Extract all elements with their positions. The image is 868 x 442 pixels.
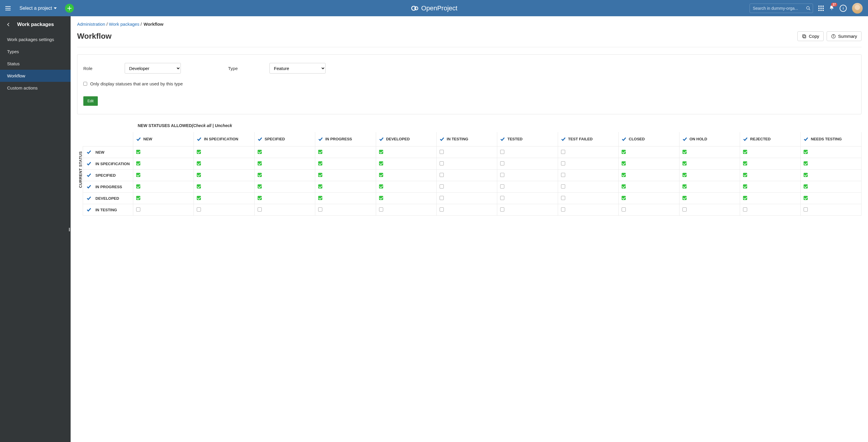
transition-cell[interactable]	[801, 169, 862, 181]
transition-cell[interactable]	[254, 181, 315, 193]
transition-cell[interactable]	[801, 147, 862, 158]
transition-cell[interactable]	[619, 169, 679, 181]
transition-cell[interactable]	[558, 181, 618, 193]
sidebar-item-custom-actions[interactable]: Custom actions	[0, 82, 71, 94]
transition-cell[interactable]	[679, 147, 740, 158]
transition-cell[interactable]	[315, 193, 376, 204]
transition-cell[interactable]	[376, 158, 436, 169]
transition-cell[interactable]	[133, 204, 194, 216]
transition-cell[interactable]	[558, 204, 618, 216]
transition-cell[interactable]	[679, 158, 740, 169]
transition-cell[interactable]	[801, 193, 862, 204]
sidebar-item-types[interactable]: Types	[0, 45, 71, 58]
transition-cell[interactable]	[133, 181, 194, 193]
column-header[interactable]: CLOSED	[619, 132, 679, 147]
sidebar-item-status[interactable]: Status	[0, 58, 71, 70]
transition-cell[interactable]	[801, 204, 862, 216]
transition-cell[interactable]	[376, 193, 436, 204]
transition-cell[interactable]	[497, 204, 558, 216]
transition-cell[interactable]	[133, 158, 194, 169]
transition-cell[interactable]	[558, 158, 618, 169]
transition-cell[interactable]	[619, 193, 679, 204]
column-header[interactable]: NEEDS TESTING	[801, 132, 862, 147]
sidebar-item-work-packages-settings[interactable]: Work packages settings	[0, 33, 71, 45]
transition-cell[interactable]	[376, 204, 436, 216]
transition-cell[interactable]	[437, 181, 497, 193]
transition-cell[interactable]	[133, 147, 194, 158]
transition-cell[interactable]	[254, 204, 315, 216]
transition-cell[interactable]	[679, 204, 740, 216]
transition-cell[interactable]	[194, 158, 254, 169]
transition-cell[interactable]	[679, 181, 740, 193]
transition-cell[interactable]	[801, 181, 862, 193]
transition-cell[interactable]	[254, 158, 315, 169]
copy-button[interactable]: Copy	[797, 31, 824, 41]
transition-cell[interactable]	[497, 147, 558, 158]
transition-cell[interactable]	[315, 169, 376, 181]
row-header[interactable]: IN PROGRESS	[83, 181, 133, 193]
transition-cell[interactable]	[740, 181, 801, 193]
breadcrumb-link[interactable]: Work packages	[109, 22, 140, 27]
project-selector[interactable]: Select a project	[20, 6, 57, 11]
transition-cell[interactable]	[437, 204, 497, 216]
transition-cell[interactable]	[254, 147, 315, 158]
apps-grid-icon[interactable]	[818, 6, 824, 11]
transition-cell[interactable]	[740, 193, 801, 204]
transition-cell[interactable]	[194, 181, 254, 193]
column-header[interactable]: ON HOLD	[679, 132, 740, 147]
sidebar-item-workflow[interactable]: Workflow	[0, 70, 71, 82]
transition-cell[interactable]	[194, 147, 254, 158]
transition-cell[interactable]	[558, 169, 618, 181]
transition-cell[interactable]	[315, 181, 376, 193]
transition-cell[interactable]	[254, 193, 315, 204]
transition-cell[interactable]	[801, 158, 862, 169]
transition-cell[interactable]	[376, 147, 436, 158]
summary-button[interactable]: Summary	[827, 31, 862, 41]
transition-cell[interactable]	[740, 158, 801, 169]
transition-cell[interactable]	[497, 193, 558, 204]
transition-cell[interactable]	[679, 169, 740, 181]
row-header[interactable]: IN SPECIFICATION	[83, 158, 133, 169]
transition-cell[interactable]	[133, 169, 194, 181]
edit-button[interactable]: Edit	[83, 96, 98, 106]
row-header[interactable]: DEVELOPED	[83, 193, 133, 204]
transition-cell[interactable]	[619, 204, 679, 216]
transition-cell[interactable]	[437, 169, 497, 181]
column-header[interactable]: IN PROGRESS	[315, 132, 376, 147]
notifications-button[interactable]: 27	[829, 5, 834, 11]
transition-cell[interactable]	[619, 158, 679, 169]
breadcrumb-link[interactable]: Administration	[77, 22, 105, 27]
transition-cell[interactable]	[619, 147, 679, 158]
row-header[interactable]: NEW	[83, 147, 133, 158]
avatar[interactable]	[852, 3, 863, 13]
transition-cell[interactable]	[194, 204, 254, 216]
column-header[interactable]: REJECTED	[740, 132, 801, 147]
transition-cell[interactable]	[437, 147, 497, 158]
transition-cell[interactable]	[194, 169, 254, 181]
sidebar-back[interactable]: Work packages	[0, 22, 71, 33]
column-header[interactable]: DEVELOPED	[376, 132, 436, 147]
sidebar-resize-handle[interactable]: ‖	[68, 225, 71, 234]
search-input[interactable]	[749, 4, 813, 13]
transition-cell[interactable]	[376, 181, 436, 193]
add-button[interactable]	[65, 4, 74, 13]
global-search[interactable]	[749, 4, 813, 13]
transition-cell[interactable]	[254, 169, 315, 181]
hamburger-icon[interactable]	[5, 5, 11, 11]
column-header[interactable]: TEST FAILED	[558, 132, 618, 147]
help-button[interactable]	[840, 5, 847, 12]
transition-cell[interactable]	[679, 193, 740, 204]
transition-cell[interactable]	[194, 193, 254, 204]
transition-cell[interactable]	[740, 169, 801, 181]
transition-cell[interactable]	[437, 158, 497, 169]
row-header[interactable]: IN TESTING	[83, 204, 133, 216]
role-select[interactable]: Developer	[125, 63, 181, 73]
transition-cell[interactable]	[740, 147, 801, 158]
transition-cell[interactable]	[376, 169, 436, 181]
transition-cell[interactable]	[497, 158, 558, 169]
transition-cell[interactable]	[619, 181, 679, 193]
transition-cell[interactable]	[558, 193, 618, 204]
transition-cell[interactable]	[315, 147, 376, 158]
transition-cell[interactable]	[315, 158, 376, 169]
transition-cell[interactable]	[497, 181, 558, 193]
